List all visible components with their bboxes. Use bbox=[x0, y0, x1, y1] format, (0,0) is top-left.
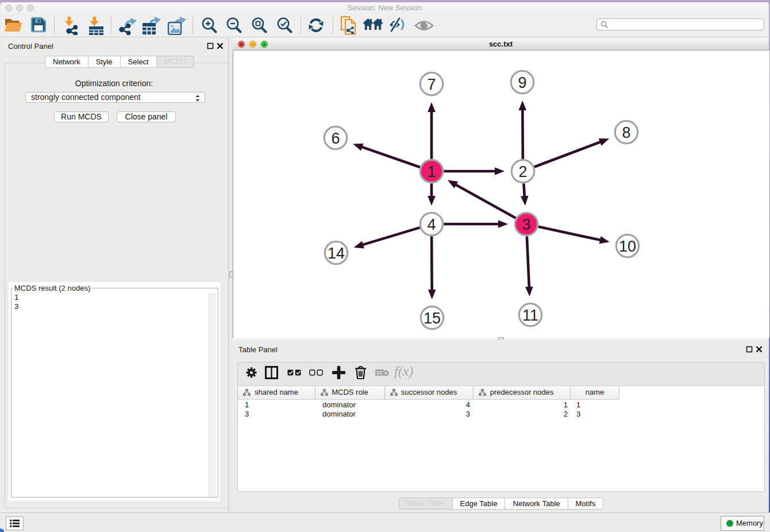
svg-text:15: 15 bbox=[424, 310, 441, 327]
svg-text:14: 14 bbox=[328, 245, 345, 262]
svg-text:2: 2 bbox=[518, 163, 527, 180]
svg-text:6: 6 bbox=[331, 130, 340, 147]
svg-text:8: 8 bbox=[622, 124, 630, 141]
svg-text:1: 1 bbox=[427, 163, 436, 180]
svg-text:7: 7 bbox=[427, 76, 436, 93]
svg-text:3: 3 bbox=[522, 216, 530, 233]
svg-text:9: 9 bbox=[518, 74, 526, 91]
svg-text:11: 11 bbox=[522, 307, 538, 324]
svg-text:10: 10 bbox=[619, 238, 636, 255]
svg-text:4: 4 bbox=[427, 216, 436, 233]
